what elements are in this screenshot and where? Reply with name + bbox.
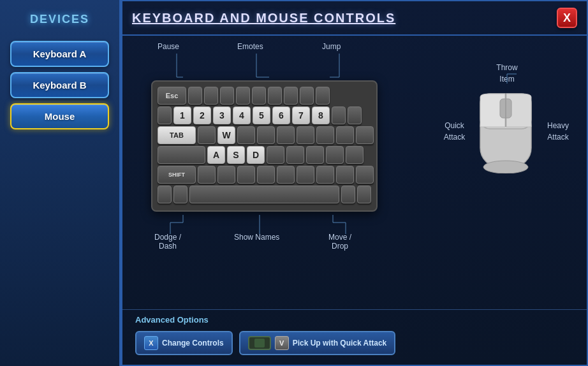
mouse-visual [477,87,534,173]
toggle-inner [254,339,265,348]
close-button[interactable]: X [557,8,577,28]
key-9[interactable] [332,106,346,124]
panel-title: KEYBOARD AND MOUSE CONTROLS [132,11,395,26]
key-e[interactable] [237,126,255,144]
key-d[interactable]: D [247,146,265,164]
key-2[interactable]: 2 [193,106,211,124]
pickup-label: Pick Up with Quick Attack [293,339,387,348]
label-pause: Pause [158,42,179,51]
key-f8[interactable] [300,87,314,105]
connector-lines-top [151,42,393,80]
svg-point-19 [483,161,528,173]
heavy-attack-text: Heavy Attack [547,121,569,142]
app-container: DEVICES Keyboard A Keyboard B Mouse KEYB… [0,0,588,366]
options-row: X Change Controls V Pick Up with Quick A… [135,331,574,355]
key-f6[interactable] [268,87,282,105]
key-t[interactable] [277,126,295,144]
key-o[interactable] [356,126,374,144]
key-z[interactable] [198,166,216,184]
advanced-options-title: Advanced Options [135,315,574,325]
key-f[interactable] [267,146,284,164]
change-controls-button[interactable]: X Change Controls [135,331,233,355]
sidebar-btn-keyboard-a[interactable]: Keyboard A [10,41,109,67]
key-x[interactable] [217,166,235,184]
key-m[interactable] [316,166,334,184]
label-jump: Jump [322,42,341,51]
key-u[interactable] [316,126,334,144]
key-ctrl[interactable] [158,186,172,203]
top-labels-area: Pause Emotes Jump [151,42,393,80]
key-r[interactable] [257,126,275,144]
key-j[interactable] [326,146,344,164]
sidebar-btn-keyboard-b[interactable]: Keyboard B [10,72,109,98]
key-g[interactable] [286,146,304,164]
key-i[interactable] [336,126,354,144]
key-s[interactable]: S [227,146,245,164]
keyboard-section: Pause Emotes Jump Esc [132,42,437,303]
key-c[interactable] [237,166,255,184]
key-k[interactable] [346,146,364,164]
key-backtick[interactable] [158,106,172,124]
key-row-2: 1 2 3 4 5 6 7 8 [158,106,371,124]
key-f4[interactable] [236,87,250,105]
key-a[interactable]: A [207,146,225,164]
content-area: Pause Emotes Jump Esc [122,36,587,309]
key-esc[interactable]: Esc [158,87,186,105]
key-capslock[interactable] [158,146,205,164]
key-8[interactable]: 8 [312,106,330,124]
key-q[interactable] [198,126,216,144]
key-row-3: TAB W [158,126,371,144]
key-f7[interactable] [284,87,298,105]
mouse-section: Throw Item Quick Attack [437,42,577,303]
throw-connector [443,61,571,87]
label-emotes: Emotes [237,42,263,51]
key-space[interactable] [189,186,339,203]
key-alt-r[interactable] [341,186,355,203]
key-w[interactable]: W [217,126,235,144]
quick-attack-text: Quick Attack [444,121,465,142]
bottom-labels-area: Dodge / Dash Show Names Move / Drop [151,215,378,247]
key-f5[interactable] [252,87,266,105]
key-f9[interactable] [316,87,330,105]
key-h[interactable] [306,146,324,164]
main-panel: KEYBOARD AND MOUSE CONTROLS X [121,0,588,366]
key-1[interactable]: 1 [173,106,191,124]
key-alt[interactable] [173,186,187,203]
key-4[interactable]: 4 [233,106,251,124]
key-tab[interactable]: TAB [158,126,196,144]
sidebar-btn-mouse[interactable]: Mouse [10,103,109,129]
key-y[interactable] [297,126,314,144]
label-show-names: Show Names [234,233,279,242]
change-controls-label: Change Controls [162,339,224,348]
key-6[interactable]: 6 [272,106,290,124]
key-n[interactable] [297,166,314,184]
title-bar: KEYBOARD AND MOUSE CONTROLS X [122,1,587,36]
throw-label-area: Throw Item [443,61,571,84]
sidebar-title: DEVICES [30,6,89,36]
pickup-button[interactable]: V Pick Up with Quick Attack [239,331,396,355]
key-5[interactable]: 5 [253,106,270,124]
label-move-drop: Move / Drop [328,233,351,251]
key-row-4: A S D [158,146,371,164]
key-period[interactable] [356,166,374,184]
key-row-1: Esc [158,87,371,105]
key-7[interactable]: 7 [292,106,310,124]
key-3[interactable]: 3 [213,106,231,124]
heavy-attack-label-area: Heavy Attack [538,119,579,142]
key-shift[interactable]: SHIFT [158,166,196,184]
pickup-toggle[interactable] [248,336,271,350]
key-f2[interactable] [204,87,218,105]
sidebar: DEVICES Keyboard A Keyboard B Mouse [0,0,121,366]
keyboard-visual: Esc 1 2 [151,80,378,212]
key-0[interactable] [348,106,362,124]
key-f3[interactable] [220,87,234,105]
change-controls-key: X [144,336,158,350]
key-row-5: SHIFT [158,166,371,184]
key-v[interactable] [257,166,275,184]
mouse-with-labels: Quick Attack [436,87,579,173]
key-comma[interactable] [336,166,354,184]
key-row-6 [158,186,371,203]
key-b[interactable] [277,166,295,184]
key-ctrl-r[interactable] [357,186,371,203]
key-f1[interactable] [188,87,202,105]
